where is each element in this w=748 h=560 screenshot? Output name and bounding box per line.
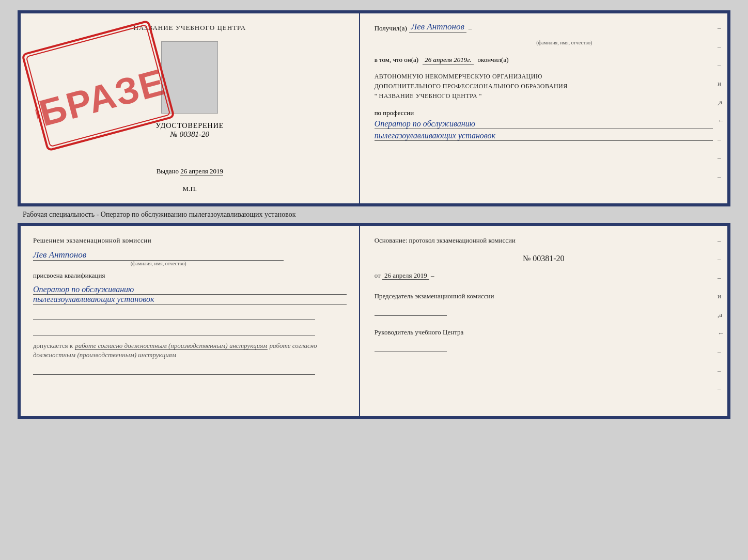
rukovoditel-label: Руководитель учебного Центра bbox=[375, 327, 713, 338]
cert-top: НАЗВАНИЕ УЧЕБНОГО ЦЕНТРА УДОСТОВЕРЕНИЕ №… bbox=[18, 10, 730, 206]
profession-value2: пылегазоулавливающих установок bbox=[375, 131, 713, 141]
osnova-label: Основание: протокол экзаменационной коми… bbox=[375, 236, 713, 245]
komissia-title: Решением экзаменационной комиссии bbox=[33, 236, 347, 245]
svg-rect-1 bbox=[26, 25, 170, 147]
protocol-date-value: 26 апреля 2019 bbox=[382, 271, 429, 280]
received-dash: – bbox=[469, 24, 472, 33]
blank-line2 bbox=[33, 325, 315, 335]
qual-value1: Оператор по обслуживанию bbox=[33, 285, 347, 295]
profession-block: по профессии Оператор по обслуживанию пы… bbox=[375, 109, 713, 141]
profession-value1: Оператор по обслуживанию bbox=[375, 119, 713, 129]
svg-rect-0 bbox=[22, 21, 174, 151]
dopuskaetsya-row: допускается к работе согласно должностны… bbox=[33, 341, 347, 359]
udostoverenie-number: № 00381-20 bbox=[155, 130, 224, 139]
cert-bottom-left: Решением экзаменационной комиссии Лев Ан… bbox=[21, 226, 360, 416]
mp-line: М.П. bbox=[183, 185, 197, 193]
bottom-person-name: Лев Антпонов bbox=[33, 250, 347, 260]
rukovoditel-block: Руководитель учебного Центра bbox=[375, 327, 713, 352]
svg-text:ОБРАЗЕЦ: ОБРАЗЕЦ bbox=[20, 54, 177, 142]
cert-top-left: НАЗВАНИЕ УЧЕБНОГО ЦЕНТРА УДОСТОВЕРЕНИЕ №… bbox=[21, 13, 360, 203]
bottom-fio-label: (фамилия, имя, отчество) bbox=[33, 261, 284, 266]
vtom-date: 26 апреля 2019г. bbox=[423, 56, 473, 65]
rukovoditel-signature bbox=[375, 341, 447, 351]
assigned-label: присвоена квалификация bbox=[33, 271, 347, 280]
org-quote-open: " bbox=[375, 92, 377, 100]
document-container: НАЗВАНИЕ УЧЕБНОГО ЦЕНТРА УДОСТОВЕРЕНИЕ №… bbox=[18, 10, 730, 419]
dopuskaetsya-italic: работе согласно должностным (производств… bbox=[75, 342, 267, 350]
cert-top-right: Получил(а) Лев Антпонов – (фамилия, имя,… bbox=[360, 13, 727, 203]
org-line1: АВТОНОМНУЮ НЕКОММЕРЧЕСКУЮ ОРГАНИЗАЦИЮ bbox=[375, 72, 713, 82]
right-dashes-bottom: – – – и ,а ← – – – bbox=[718, 236, 724, 393]
blank-line1 bbox=[33, 310, 315, 320]
edu-center-title: НАЗВАНИЕ УЧЕБНОГО ЦЕНТРА bbox=[134, 24, 246, 32]
cert-bottom-right: Основание: протокол экзаменационной коми… bbox=[360, 226, 727, 416]
protocol-date-dash: – bbox=[431, 271, 434, 279]
org-quote-close: " bbox=[479, 92, 482, 100]
dopuskaetsya-prefix: допускается к bbox=[33, 342, 73, 349]
obrazets-stamp: ОБРАЗЕЦ bbox=[20, 19, 177, 153]
vydano-label: Выдано bbox=[157, 167, 179, 175]
bottom-person-block: Лев Антпонов (фамилия, имя, отчество) bbox=[33, 250, 347, 266]
cert-bottom: Решением экзаменационной комиссии Лев Ан… bbox=[18, 223, 730, 419]
vtom-label: в том, что он(а) bbox=[375, 56, 419, 64]
fio-sublabel-top: (фамилия, имя, отчество) bbox=[416, 40, 713, 45]
protocol-number: № 00381-20 bbox=[375, 254, 713, 263]
profession-label: по профессии bbox=[375, 109, 713, 117]
org-line2: ДОПОЛНИТЕЛЬНОГО ПРОФЕССИОНАЛЬНОГО ОБРАЗО… bbox=[375, 82, 713, 91]
predsedatel-block: Председатель экзаменационной комиссии bbox=[375, 291, 713, 316]
vtom-row: в том, что он(а) 26 апреля 2019г. окончи… bbox=[375, 56, 713, 65]
received-row: Получил(а) Лев Антпонов – bbox=[375, 22, 713, 33]
qual-value2: пылегазоулавливающих установок bbox=[33, 295, 347, 305]
cert-photo-area bbox=[161, 41, 218, 114]
vydano-date: 26 апреля 2019 bbox=[180, 167, 223, 176]
udostoverenie-title: УДОСТОВЕРЕНИЕ bbox=[155, 122, 224, 130]
vydano-line: Выдано 26 апреля 2019 bbox=[157, 157, 223, 175]
org-block: АВТОНОМНУЮ НЕКОММЕРЧЕСКУЮ ОРГАНИЗАЦИЮ ДО… bbox=[375, 72, 713, 102]
protocol-date-prefix: от bbox=[375, 271, 381, 279]
org-name: НАЗВАНИЕ УЧЕБНОГО ЦЕНТРА bbox=[379, 92, 478, 100]
udostoverenie-block: УДОСТОВЕРЕНИЕ № 00381-20 bbox=[155, 122, 224, 139]
received-name: Лев Антпонов bbox=[409, 22, 466, 33]
protocol-date-row: от 26 апреля 2019 – bbox=[375, 271, 713, 280]
predsedatel-label: Председатель экзаменационной комиссии bbox=[375, 291, 713, 301]
predsedatel-signature bbox=[375, 306, 447, 316]
okonchil-label: окончил(а) bbox=[478, 56, 509, 64]
middle-label: Рабочая специальность - Оператор по обсл… bbox=[18, 211, 296, 219]
received-label: Получил(а) bbox=[375, 24, 407, 33]
right-dashes-top: – – – и ,а ← – – – bbox=[718, 24, 724, 181]
blank-line3 bbox=[33, 364, 315, 375]
org-name-line: " НАЗВАНИЕ УЧЕБНОГО ЦЕНТРА " bbox=[375, 91, 713, 101]
qual-block: Оператор по обслуживанию пылегазоулавлив… bbox=[33, 285, 347, 305]
